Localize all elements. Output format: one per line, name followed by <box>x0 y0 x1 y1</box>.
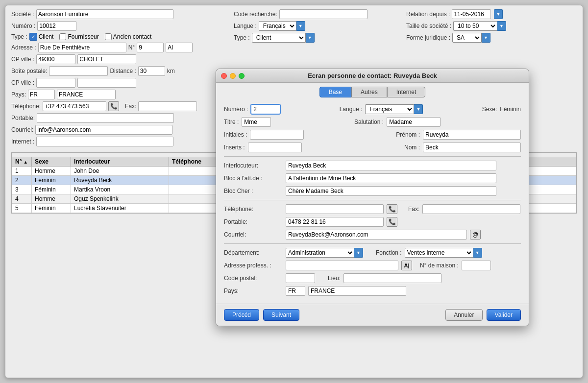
dlg-fonction-dropdown[interactable]: Ventes interne ▼ <box>405 248 482 258</box>
relation-depuis-dd-btn[interactable]: ▼ <box>494 9 503 19</box>
dlg-fonction-select[interactable]: Ventes interne <box>405 248 473 258</box>
phone-icon-btn[interactable]: 📞 <box>108 101 119 111</box>
relation-depuis-dropdown[interactable]: ▼ <box>494 9 503 19</box>
dlg-portable-icon-btn[interactable]: 📞 <box>387 217 397 227</box>
dlg-phone-icon-btn[interactable]: 📞 <box>387 204 397 214</box>
dlg-salutation-input[interactable] <box>387 117 441 127</box>
courriel-input[interactable] <box>35 125 172 135</box>
dlg-fax-input[interactable] <box>422 204 520 214</box>
dlg-nom-input[interactable] <box>423 143 521 152</box>
row-sexe: Féminin <box>32 185 71 194</box>
relation-depuis-input[interactable] <box>452 9 491 19</box>
dlg-langue-dropdown[interactable]: Français ▼ <box>365 104 423 114</box>
client-label: Client <box>39 33 54 40</box>
pays-name-input[interactable] <box>57 90 116 99</box>
row-dept-fonction: Département: Administration ▼ Fonction :… <box>224 248 521 258</box>
dlg-courriel-input[interactable] <box>286 230 467 239</box>
cp2-input[interactable] <box>36 78 75 88</box>
row-numero-langue-sexe: Numéro : Langue : Français ▼ Sexe: Fémin… <box>224 104 521 114</box>
dlg-titre-input[interactable] <box>242 117 271 127</box>
dlg-dept-dropdown[interactable]: Administration ▼ <box>286 248 363 258</box>
ancien-contact-checkbox-item[interactable]: Ancien contact <box>105 33 152 40</box>
numero-input[interactable] <box>37 21 76 31</box>
ancien-contact-checkbox[interactable] <box>105 33 112 40</box>
code-recherche-input[interactable] <box>279 9 368 19</box>
ville2-input[interactable] <box>77 78 136 88</box>
ville1-input[interactable] <box>77 54 136 64</box>
taille-dd-btn[interactable]: ▼ <box>497 21 506 31</box>
dialog-body: Numéro : Langue : Français ▼ Sexe: Fémin… <box>216 99 529 304</box>
forme-juridique-dropdown[interactable]: SA ▼ <box>452 33 490 43</box>
traffic-lights <box>221 73 245 79</box>
dlg-initiales-input[interactable] <box>250 130 304 140</box>
type-client-dd-btn[interactable]: ▼ <box>306 33 315 43</box>
dlg-langue-dd-btn[interactable]: ▼ <box>414 104 423 114</box>
cp1-input[interactable] <box>36 54 75 64</box>
dlg-email-icon-btn[interactable]: @ <box>470 230 481 239</box>
dlg-prenom-input[interactable] <box>423 130 521 140</box>
minimize-button[interactable] <box>230 73 236 79</box>
telephone-input[interactable] <box>43 101 106 111</box>
dlg-prenom-label: Prénom : <box>396 131 420 138</box>
dlg-bloc-att-de-input[interactable] <box>286 173 496 183</box>
row-sexe: Féminin <box>32 176 71 185</box>
dlg-dept-select[interactable]: Administration <box>286 248 354 258</box>
tab-internet[interactable]: Internet <box>387 87 426 97</box>
row-tel-fax: Téléphone: 📞 Fax: <box>224 204 521 214</box>
boite-postale-input[interactable] <box>49 66 108 76</box>
suivant-button[interactable]: Suivant <box>263 309 299 321</box>
fournisseur-checkbox-item[interactable]: Fournisseur <box>59 33 98 40</box>
tab-autres[interactable]: Autres <box>351 87 387 97</box>
forme-juridique-dd-btn[interactable]: ▼ <box>482 33 490 43</box>
langue-dropdown[interactable]: Français ▼ <box>259 21 305 31</box>
internet-input[interactable] <box>36 137 173 146</box>
type-client-dropdown[interactable]: Client ▼ <box>252 33 315 43</box>
dlg-telephone-input[interactable] <box>286 204 384 214</box>
dlg-portable-input[interactable] <box>286 217 384 227</box>
client-checkbox-item[interactable]: ✓ Client <box>29 33 54 41</box>
taille-societe-select[interactable]: 10 to 50 <box>453 21 497 31</box>
type-client-select[interactable]: Client <box>252 33 306 43</box>
dlg-pays-name-input[interactable] <box>308 286 406 296</box>
dlg-dept-dd-arrow[interactable]: ▼ <box>354 248 363 258</box>
dlg-langue-select[interactable]: Français <box>365 104 414 114</box>
row-sexe: Féminin <box>32 204 71 213</box>
dlg-interlocuteur-label: Interlocuteur: <box>224 162 283 169</box>
annuler-button[interactable]: Annuler <box>445 309 482 321</box>
row-name: John Doe <box>71 167 169 176</box>
dlg-adresse-prof-input[interactable] <box>286 261 398 270</box>
valider-button[interactable]: Valider <box>487 309 521 321</box>
distance-input[interactable] <box>138 66 165 76</box>
tab-base[interactable]: Base <box>319 87 351 97</box>
langue-dd-btn[interactable]: ▼ <box>296 21 305 31</box>
dlg-code-postal-input[interactable] <box>286 273 315 283</box>
fournisseur-checkbox[interactable] <box>59 33 66 40</box>
langue-select[interactable]: Français <box>259 21 296 31</box>
extra-input[interactable] <box>166 43 193 52</box>
dlg-adresse-icon-btn[interactable]: A| <box>401 261 412 270</box>
dlg-inserts-input[interactable] <box>248 143 302 152</box>
taille-societe-dropdown[interactable]: 10 to 50 ▼ <box>453 21 506 31</box>
dlg-fonction-dd-arrow[interactable]: ▼ <box>473 248 482 258</box>
forme-juridique-select[interactable]: SA <box>452 33 482 43</box>
pays-code-input[interactable] <box>28 90 55 99</box>
dlg-pays-code-input[interactable] <box>286 286 305 296</box>
societe-input[interactable] <box>36 9 173 19</box>
maximize-button[interactable] <box>239 73 245 79</box>
dlg-interlocuteur-input[interactable] <box>286 161 496 170</box>
prec-button[interactable]: Précéd <box>224 309 259 321</box>
portable-input[interactable] <box>37 113 174 123</box>
fax-input[interactable] <box>138 101 197 111</box>
adresse-input[interactable] <box>38 43 126 52</box>
row-portable: Portable: 📞 <box>224 217 521 227</box>
close-button[interactable] <box>221 73 227 79</box>
num-input[interactable] <box>137 43 164 52</box>
dlg-bloc-cher-input[interactable] <box>286 186 496 196</box>
row-bloc-att-de: Bloc à l'att.de : <box>224 173 521 183</box>
dlg-numero-input[interactable] <box>251 104 280 114</box>
row-cp-lieu: Code postal: Lieu: <box>224 273 521 283</box>
dlg-n-maison-input[interactable] <box>462 261 491 270</box>
dlg-lieu-input[interactable] <box>343 273 441 283</box>
dlg-portable-label: Portable: <box>224 218 283 225</box>
row-num: 1 <box>12 167 32 176</box>
